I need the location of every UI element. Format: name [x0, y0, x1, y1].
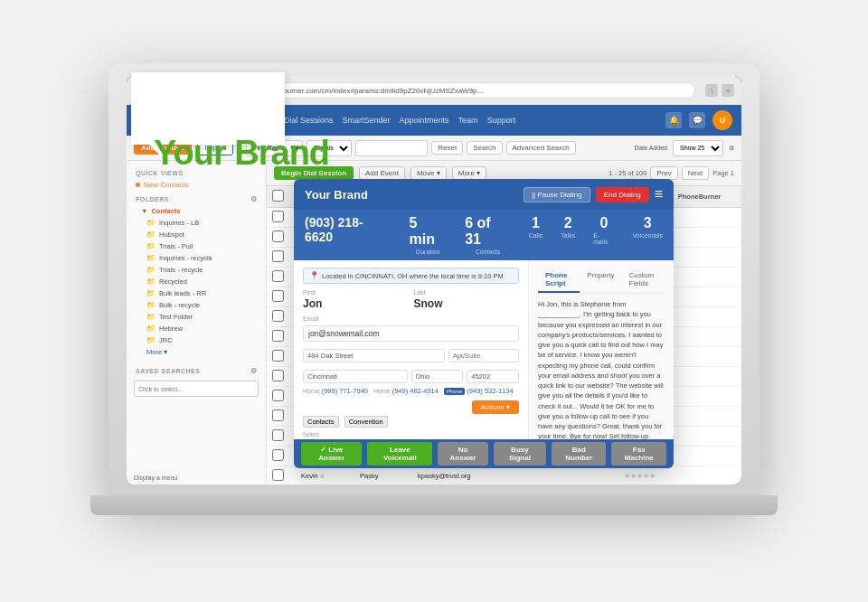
prev-page-button[interactable]: Prev — [650, 166, 677, 180]
saved-searches-title: SAVED SEARCHES ⚙ — [127, 363, 266, 377]
bad-number-button[interactable]: Bad Number — [552, 442, 606, 466]
sidebar-test-folder[interactable]: 📁 Test Folder — [127, 311, 266, 323]
nav-appointments[interactable]: Appointments — [400, 116, 449, 125]
row-checkbox[interactable] — [272, 390, 284, 401]
tab-phone-script[interactable]: Phone Script — [538, 268, 580, 293]
select-all-checkbox[interactable] — [272, 190, 284, 202]
aptsuite-input[interactable] — [448, 349, 519, 362]
settings-icon[interactable]: ⚙ — [729, 145, 734, 152]
pause-dialing-button[interactable]: || Pause Dialing — [524, 187, 590, 202]
contacts-tag: Contacts — [303, 416, 339, 428]
nav-smartsender[interactable]: SmartSender — [343, 116, 391, 125]
sidebar-inquiries-recycle[interactable]: 📁 Inquiries - recycle — [127, 252, 266, 264]
pb-cell — [673, 427, 741, 447]
pb-cell — [673, 327, 741, 347]
busy-signal-button[interactable]: Busy Signal — [494, 442, 547, 466]
tab-custom-fields[interactable]: Custom Fields — [622, 268, 665, 293]
show-count-select[interactable]: Show 25 — [673, 140, 723, 156]
leave-voicemail-button[interactable]: Leave Voicemail — [367, 442, 432, 466]
end-dialing-button[interactable]: End Dialing — [596, 187, 649, 202]
sidebar-bulk-recycle[interactable]: 📁 Bulk - recycle — [127, 299, 266, 311]
next-page-button[interactable]: Next — [682, 166, 709, 180]
sidebar-recycled[interactable]: 📁 Recycled — [127, 276, 266, 287]
city-input[interactable] — [303, 370, 408, 383]
tab-property[interactable]: Property — [580, 268, 621, 293]
fax-machine-button[interactable]: Fax Machine — [611, 442, 666, 466]
state-field — [411, 366, 464, 383]
search-input[interactable] — [355, 140, 428, 156]
pb-cell — [673, 347, 741, 367]
sidebar-inquiries-lb[interactable]: 📁 Inquiries - LB — [127, 217, 266, 229]
row-checkbox[interactable] — [272, 469, 284, 481]
row-checkbox[interactable] — [272, 270, 284, 282]
sidebar-hebrew[interactable]: 📁 Hebrew — [127, 323, 266, 334]
row-checkbox[interactable] — [272, 449, 284, 461]
nav-team[interactable]: Team — [458, 116, 478, 125]
nav-dial-sessions[interactable]: Dial Sessions — [284, 116, 334, 125]
phone-label-1: Home — [303, 388, 320, 394]
pb-cell — [673, 228, 741, 248]
dialer-left-panel: 📍 Located in CINCINNATI, OH where the lo… — [294, 260, 529, 459]
phone-row: Home (999) 771-7940 Home (949) 462-4914 — [303, 387, 519, 414]
sidebar-jrc[interactable]: 📁 JRC — [127, 334, 266, 346]
brand-label: Your Brand — [154, 134, 329, 173]
sidebar-hubspot[interactable]: 📁 Hubspot — [127, 229, 266, 240]
street-input[interactable] — [303, 349, 445, 362]
saved-search-input[interactable] — [134, 381, 259, 397]
state-input[interactable] — [411, 370, 464, 383]
search-button[interactable]: Search — [467, 141, 502, 155]
laptop-base — [90, 495, 778, 515]
convention-tag: Convention — [344, 416, 388, 428]
phone-entry-1: Home (999) 771-7940 — [303, 387, 368, 395]
sidebar-more[interactable]: More ▾ — [127, 346, 266, 358]
row-checkbox[interactable] — [272, 429, 284, 441]
row-checkbox[interactable] — [272, 310, 284, 322]
sidebar-trials-pull[interactable]: 📁 Trials - Pull — [127, 240, 266, 252]
sidebar-trials-recycle[interactable]: 📁 Trials - recycle — [127, 264, 266, 276]
add-event-button[interactable]: Add Event — [359, 166, 405, 180]
sidebar-bulk-leads[interactable]: 📁 Bulk leads - RR — [127, 287, 266, 299]
sidebar-new-contacts[interactable]: New Contacts — [127, 178, 266, 192]
sidebar-contacts-folder[interactable]: ▼ Contacts — [127, 205, 266, 217]
actions-dropdown-button[interactable]: Actions ▾ — [472, 400, 519, 414]
pb-cell — [673, 367, 741, 387]
reset-button[interactable]: Reset — [431, 141, 463, 155]
row-checkbox[interactable] — [272, 370, 284, 381]
row-checkbox[interactable] — [272, 330, 284, 342]
no-answer-button[interactable]: No Answer — [438, 442, 487, 466]
dialer-right-panel: Phone Script Property Custom Fields Hi J… — [529, 260, 674, 459]
email-input[interactable] — [303, 325, 519, 342]
display-menu[interactable]: Display a menu — [134, 475, 177, 481]
row-checkbox[interactable] — [272, 409, 284, 421]
dialer-talks-stat: 2 Talks — [561, 215, 575, 239]
share-button[interactable]: ↑ — [705, 84, 718, 97]
folders-gear-icon[interactable]: ⚙ — [250, 195, 258, 203]
row-checkbox[interactable] — [272, 290, 284, 302]
toolbar-right: Date Added Show 25 ⚙ — [634, 140, 734, 156]
address-row — [303, 345, 519, 362]
nav-support[interactable]: Support — [487, 116, 516, 125]
row-checkbox[interactable] — [272, 250, 284, 262]
browser-actions: ↑ + — [705, 84, 734, 97]
url-bar[interactable]: https://phoneburner.com/cm/index#params:… — [233, 82, 695, 99]
move-button[interactable]: Move ▾ — [410, 166, 447, 180]
live-answer-button[interactable]: ✓ Live Answer — [301, 442, 362, 466]
zip-input[interactable] — [467, 370, 519, 383]
row-checkbox[interactable] — [272, 350, 284, 362]
dialer-body: 📍 Located in CINCINNATI, OH where the lo… — [294, 260, 674, 459]
dialer-emails-stat: 0 E-mails — [593, 215, 614, 245]
advanced-search-button[interactable]: Advanced Search — [506, 141, 576, 155]
folder-arrow-icon: ▼ — [141, 207, 147, 215]
row-checkbox[interactable] — [272, 211, 284, 222]
more-button[interactable]: More ▾ — [452, 166, 486, 180]
phone-number-1: (999) 771-7940 — [322, 387, 368, 395]
menu-icon[interactable]: ≡ — [655, 186, 663, 202]
street-field — [303, 345, 445, 362]
chat-icon[interactable]: 💬 — [689, 112, 705, 128]
bell-icon[interactable]: 🔔 — [665, 112, 682, 128]
bookmark-button[interactable]: + — [722, 84, 734, 97]
row-checkbox[interactable] — [272, 230, 284, 242]
saved-searches-gear-icon[interactable]: ⚙ — [250, 367, 258, 375]
dialer-tabs: Phone Script Property Custom Fields — [538, 268, 665, 294]
user-avatar[interactable]: U — [712, 110, 732, 130]
